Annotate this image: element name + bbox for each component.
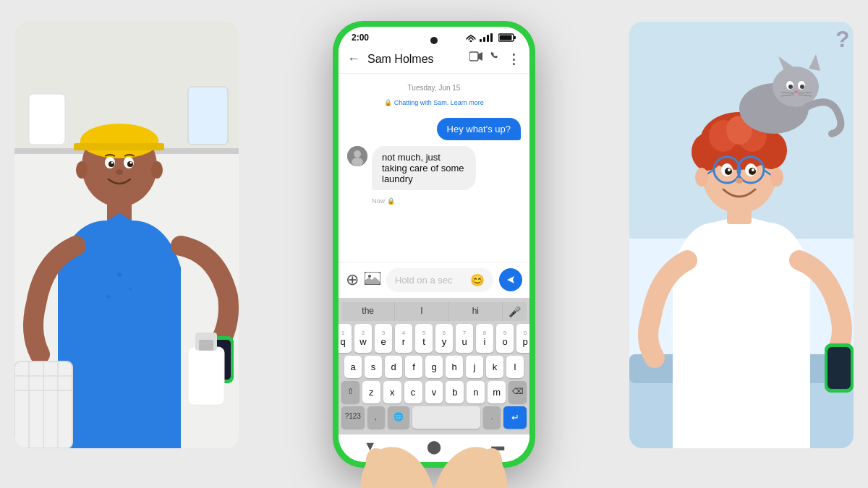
svg-point-31 xyxy=(129,288,132,291)
key-b[interactable]: b xyxy=(446,381,464,403)
svg-point-68 xyxy=(800,85,804,89)
svg-point-13 xyxy=(111,162,114,164)
svg-point-87 xyxy=(352,158,363,166)
key-x[interactable]: x xyxy=(383,381,401,403)
key-c[interactable]: c xyxy=(404,381,422,403)
mic-icon[interactable]: 🎤 xyxy=(503,302,527,321)
video-call-icon[interactable] xyxy=(469,51,482,61)
key-n[interactable]: n xyxy=(467,381,485,403)
right-panel: ? xyxy=(629,22,854,448)
hand-illustration xyxy=(354,424,514,489)
svg-point-54 xyxy=(728,168,731,171)
svg-point-75 xyxy=(470,40,472,42)
right-illustration: ? xyxy=(629,22,854,448)
key-y[interactable]: 6y xyxy=(435,324,453,353)
sent-message: Hey what's up? xyxy=(437,118,521,140)
phone-container: 2:00 xyxy=(333,21,535,468)
svg-point-58 xyxy=(770,168,783,187)
input-placeholder: Hold on a sec xyxy=(395,275,453,286)
svg-rect-29 xyxy=(199,340,213,351)
svg-point-14 xyxy=(130,162,132,164)
suggestion-bar: the I hi 🎤 xyxy=(341,302,527,321)
svg-rect-78 xyxy=(487,35,489,42)
key-j[interactable]: j xyxy=(466,356,483,378)
chat-area: Tuesday, Jun 15 🔒 Chatting with Sam. Lea… xyxy=(339,74,529,262)
message-input-field[interactable]: Hold on a sec 😊 xyxy=(386,268,493,292)
wifi-icon xyxy=(465,33,477,42)
received-message: not much, just taking care of some laund… xyxy=(372,146,476,190)
key-h[interactable]: h xyxy=(446,356,463,378)
received-message-wrap: not much, just taking care of some laund… xyxy=(347,146,521,190)
learn-more-link[interactable]: Learn more xyxy=(451,99,484,106)
contact-avatar xyxy=(347,146,367,166)
key-g[interactable]: g xyxy=(425,356,443,378)
svg-rect-79 xyxy=(490,33,493,42)
keyboard-row-1: 1q 2w 3e 4r 5t 6y 7u 8i 9o 0p xyxy=(341,324,527,353)
key-i[interactable]: 8i xyxy=(476,324,493,353)
svg-point-55 xyxy=(752,168,754,171)
key-d[interactable]: d xyxy=(385,356,402,378)
keyboard-row-2: a s d f g h j k l xyxy=(341,356,527,378)
svg-point-30 xyxy=(117,273,122,277)
shift-key[interactable]: ⇧ xyxy=(341,381,359,403)
suggestion-i[interactable]: I xyxy=(395,302,448,321)
svg-rect-82 xyxy=(500,35,512,40)
svg-rect-77 xyxy=(483,37,485,42)
input-area: ⊕ Hold on a sec 😊 xyxy=(339,262,529,298)
svg-point-89 xyxy=(368,275,371,278)
key-z[interactable]: z xyxy=(362,381,380,403)
svg-rect-27 xyxy=(188,347,224,405)
key-p[interactable]: 0p xyxy=(516,324,529,353)
contact-name: Sam Holmes xyxy=(367,53,464,66)
key-s[interactable]: s xyxy=(365,356,382,378)
key-w[interactable]: 2w xyxy=(354,324,372,353)
camera-notch xyxy=(430,37,438,44)
message-time: Now 🔒 xyxy=(347,197,521,205)
key-o[interactable]: 9o xyxy=(496,324,514,353)
svg-point-32 xyxy=(107,295,111,299)
key-m[interactable]: m xyxy=(488,381,506,403)
signal-icon xyxy=(480,33,495,42)
svg-text:?: ? xyxy=(835,26,850,52)
status-time: 2:00 xyxy=(352,33,369,43)
svg-rect-3 xyxy=(29,94,65,145)
key-f[interactable]: f xyxy=(405,356,422,378)
svg-rect-76 xyxy=(480,39,482,42)
svg-point-67 xyxy=(788,85,793,89)
key-t[interactable]: 5t xyxy=(415,324,433,353)
header-icons: ⋮ xyxy=(469,51,521,67)
svg-rect-83 xyxy=(469,52,478,61)
svg-point-56 xyxy=(736,178,743,184)
back-button[interactable]: ← xyxy=(347,51,360,67)
key-e[interactable]: 3e xyxy=(375,324,392,353)
suggestion-hi[interactable]: hi xyxy=(449,302,503,321)
more-options-icon[interactable]: ⋮ xyxy=(507,51,521,67)
svg-point-57 xyxy=(695,168,708,187)
svg-point-17 xyxy=(151,161,163,179)
svg-point-86 xyxy=(354,150,361,158)
delete-key[interactable]: ⌫ xyxy=(509,381,527,403)
svg-point-15 xyxy=(116,169,123,175)
key-v[interactable]: v xyxy=(425,381,443,403)
suggestion-the[interactable]: the xyxy=(341,302,395,321)
key-r[interactable]: 4r xyxy=(395,324,412,353)
svg-rect-81 xyxy=(514,36,516,39)
left-panel xyxy=(14,22,239,448)
svg-rect-4 xyxy=(188,87,228,145)
key-u[interactable]: 7u xyxy=(456,324,473,353)
phone-call-icon[interactable] xyxy=(490,51,500,61)
key-k[interactable]: k xyxy=(486,356,503,378)
chat-header: ← Sam Holmes ⋮ xyxy=(339,46,529,74)
key-q[interactable]: 1q xyxy=(339,324,352,353)
svg-rect-8 xyxy=(74,143,164,150)
date-label: Tuesday, Jun 15 xyxy=(347,84,521,92)
media-icon[interactable] xyxy=(365,272,380,288)
send-button[interactable] xyxy=(499,268,522,291)
keyboard: the I hi 🎤 1q 2w 3e 4r 5t 6y 7u 8 xyxy=(339,298,529,435)
key-a[interactable]: a xyxy=(344,356,362,378)
key-l[interactable]: l xyxy=(506,356,524,378)
svg-marker-84 xyxy=(478,52,482,61)
add-icon[interactable]: ⊕ xyxy=(346,270,359,289)
emoji-button[interactable]: 😊 xyxy=(470,273,485,287)
phone-outer: 2:00 xyxy=(333,21,535,468)
